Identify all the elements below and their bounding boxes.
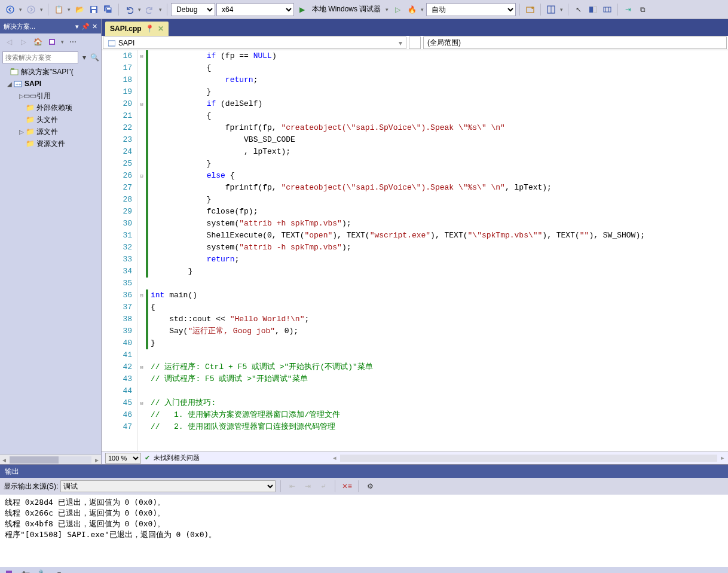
back-dropdown[interactable]: ▾ [18,7,23,13]
search-input[interactable] [2,51,78,63]
solution-explorer-title-bar: 解决方案... ▾ 📌 ✕ [0,19,101,33]
search-icon[interactable]: 🔍 [90,51,99,64]
back-icon[interactable]: ◁ [2,35,16,48]
undo-button[interactable] [123,3,136,16]
output-body[interactable]: 线程 0x28d4 已退出，返回值为 0 (0x0)。线程 0x266c 已退出… [0,495,728,567]
extension-button-2[interactable] [545,3,558,16]
start-without-debug-button[interactable]: ▷ [391,3,404,16]
svg-rect-21 [108,41,115,46]
project-icon: ++ [13,79,23,89]
issues-label: 未找到相关问题 [154,453,200,462]
home-icon[interactable]: 🏠 [31,35,44,48]
nav-sep [409,36,421,49]
redo-button[interactable] [143,3,157,16]
save-button[interactable] [87,3,100,16]
fold-toggle [137,134,146,146]
output-source-select[interactable]: 调试 [60,480,276,492]
file-tab[interactable]: SAPI.cpp 📍 ✕ [105,22,169,36]
output-indent-icon[interactable]: ⇤ [286,480,299,493]
folder-icon: 📁 [25,127,35,136]
fold-toggle [137,313,146,325]
fold-toggle [137,349,146,361]
forward-button[interactable] [25,3,38,16]
output-panel: 输出 显示输出来源(S): 调试 ⇤ ⇥ ⤶ ✕≡ ⚙ 线程 0x28d4 已退… [0,464,728,567]
output-clear-icon[interactable]: ✕≡ [340,480,353,493]
layout-button-2[interactable] [601,3,614,16]
solution-tree: 解决方案"SAPI"( ◢++SAPI ▷▭▭引用 📁外部依赖项 📁头文件 ▷📁… [0,65,101,455]
open-button[interactable]: 📂 [73,3,86,16]
scroll-left-icon[interactable]: ◂ [333,454,337,462]
run-button[interactable]: ▶ [295,3,308,16]
fold-toggle [137,110,146,122]
forward-dropdown[interactable]: ▾ [39,7,44,13]
bottom-tool-bar: 🔧 ▾ [0,567,728,573]
panel-dropdown-icon[interactable]: ▾ [75,23,79,31]
indent-button[interactable]: ⇥ [622,3,635,16]
external-node[interactable]: 📁外部依赖项 [0,102,101,114]
search-dropdown-icon[interactable]: ▾ [80,51,88,64]
headers-node[interactable]: 📁头文件 [0,114,101,126]
fold-toggle [137,62,146,74]
fold-toggle [137,373,146,385]
fold-toggle[interactable]: ⊟ [137,170,146,182]
scroll-right-icon[interactable]: ▸ [721,454,724,462]
back-button[interactable] [4,3,17,16]
fold-toggle [137,158,146,170]
fold-toggle [137,230,146,242]
scope-select[interactable]: SAPI▾ [103,36,406,49]
terminal-button[interactable]: ⧉ [636,3,649,16]
bottom-icon-1[interactable] [2,567,16,573]
svg-rect-4 [92,10,96,13]
output-toolbar: 显示输出来源(S): 调试 ⇤ ⇥ ⤶ ✕≡ ⚙ [0,478,728,495]
fold-toggle[interactable]: ⊟ [137,397,146,409]
wrench-icon[interactable]: 🔧 [36,567,49,573]
svg-rect-17 [11,69,18,75]
switch-view-icon[interactable] [45,35,59,48]
solution-root[interactable]: 解决方案"SAPI"( [0,66,101,78]
more-icon[interactable]: ⋯ [66,35,79,48]
svg-text:++: ++ [16,82,22,87]
cursor-icon[interactable]: ↖ [572,3,585,16]
member-select[interactable]: (全局范围) [423,36,727,49]
fold-toggle [137,86,146,98]
config-select[interactable]: Debug [171,3,215,16]
fold-toggle [137,337,146,349]
output-settings-icon[interactable]: ⚙ [363,480,377,493]
layout-button-1[interactable] [586,3,599,16]
save-all-button[interactable] [102,3,115,16]
tree-horizontal-scroll[interactable]: ◂▸ [0,455,101,464]
project-node[interactable]: ◢++SAPI [0,78,101,90]
svg-rect-22 [6,571,12,573]
sources-node[interactable]: ▷📁源文件 [0,126,101,138]
tab-strip: SAPI.cpp 📍 ✕ [102,19,728,36]
solution-explorer-toolbar: ◁ ▷ 🏠 ▾ ⋯ [0,33,101,50]
bottom-dropdown-icon[interactable]: ▾ [53,567,66,573]
mode-select[interactable]: 自动 [426,3,516,16]
close-tab-icon[interactable]: ✕ [158,25,164,33]
fold-toggle[interactable]: ⊟ [137,361,146,373]
resources-node[interactable]: 📁资源文件 [0,138,101,150]
output-source-label: 显示输出来源(S): [4,481,58,492]
svg-rect-16 [50,40,54,44]
platform-select[interactable]: x64 [216,3,294,16]
debugger-label[interactable]: 本地 Windows 调试器 [310,4,383,14]
close-icon[interactable]: ✕ [92,23,97,31]
code-editor[interactable]: 1617181920212223242526272829303132333435… [102,50,728,451]
bottom-icon-2[interactable] [19,567,32,573]
pin-icon[interactable]: 📍 [145,25,154,33]
extension-button-1[interactable] [524,3,537,16]
fold-toggle [137,409,146,421]
output-wrap-icon[interactable]: ⤶ [317,480,330,493]
output-indent2-icon[interactable]: ⇥ [301,480,314,493]
fold-toggle[interactable]: ⊟ [137,98,146,110]
forward-icon[interactable]: ▷ [17,35,30,48]
references-node[interactable]: ▷▭▭引用 [0,90,101,102]
fold-toggle [137,421,146,433]
new-item-button[interactable]: 📋 [52,3,65,16]
fold-toggle[interactable]: ⊟ [137,289,146,301]
svg-rect-18 [11,68,14,70]
hot-reload-button[interactable]: 🔥 [405,3,418,16]
zoom-select[interactable]: 100 % [105,453,141,464]
pin-icon[interactable]: 📌 [81,23,90,31]
fold-toggle[interactable]: ⊟ [137,50,146,62]
